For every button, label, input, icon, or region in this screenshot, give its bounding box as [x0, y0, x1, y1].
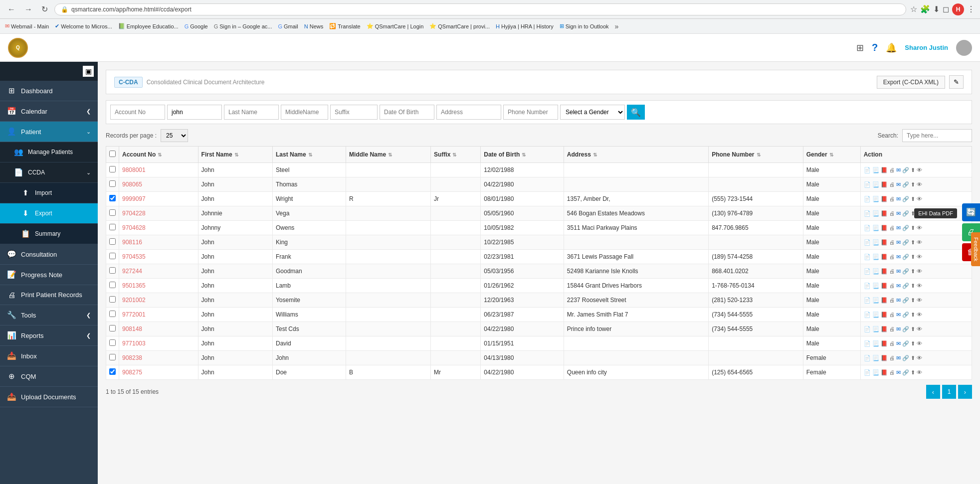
account-link[interactable]: 9808001: [122, 166, 146, 173]
select-all-checkbox[interactable]: [109, 151, 116, 157]
next-page-button[interactable]: ›: [958, 385, 972, 399]
row-checkbox[interactable]: [109, 195, 116, 201]
action-pdf-icon[interactable]: 📕: [881, 239, 888, 246]
row-checkbox-cell[interactable]: [106, 235, 119, 250]
records-per-page-select[interactable]: 10 25 50 100: [161, 129, 188, 142]
star-icon[interactable]: ☆: [910, 4, 917, 14]
action-share-icon[interactable]: 🔗: [902, 297, 909, 304]
bookmark-news[interactable]: N News: [304, 23, 323, 29]
row-checkbox-cell[interactable]: [106, 177, 119, 192]
copy-icon[interactable]: ⊞: [856, 42, 864, 53]
row-checkbox-cell[interactable]: [106, 336, 119, 351]
row-checkbox-cell[interactable]: [106, 264, 119, 279]
row-checkbox-cell[interactable]: [106, 163, 119, 177]
search-input[interactable]: [902, 129, 972, 142]
action-share-icon[interactable]: 🔗: [902, 167, 909, 173]
action-share-icon[interactable]: 🔗: [902, 312, 909, 318]
action-pdf-icon[interactable]: 📕: [881, 312, 888, 318]
action-view-icon[interactable]: 👁: [917, 167, 922, 173]
suffix-input[interactable]: [330, 105, 378, 120]
sidebar-item-manage-patients[interactable]: 👥 Manage Patients: [0, 142, 98, 162]
reload-button[interactable]: ↻: [39, 3, 50, 15]
row-checkbox[interactable]: [109, 296, 116, 303]
action-email-icon[interactable]: ✉: [896, 283, 901, 289]
sidebar-item-tools[interactable]: 🔧 Tools ❮: [0, 305, 98, 325]
action-export-icon[interactable]: ⬆: [911, 196, 915, 202]
action-export-icon[interactable]: ⬆: [911, 340, 915, 347]
bookmark-microsoft[interactable]: ✔ Welcome to Micros...: [55, 23, 112, 29]
profile-icon[interactable]: H: [952, 3, 964, 15]
ccda-settings-button[interactable]: ✎: [949, 75, 964, 89]
account-link[interactable]: 908116: [122, 239, 142, 246]
action-doc-icon[interactable]: 📃: [872, 268, 879, 275]
sidebar-item-inbox[interactable]: 📥 Inbox: [0, 346, 98, 366]
account-link[interactable]: 908238: [122, 354, 142, 361]
action-doc-icon[interactable]: 📃: [872, 181, 879, 188]
account-link[interactable]: 908275: [122, 369, 142, 376]
action-file-icon[interactable]: 📄: [864, 181, 871, 188]
row-checkbox[interactable]: [109, 238, 116, 245]
row-checkbox[interactable]: [109, 339, 116, 346]
action-doc-icon[interactable]: 📃: [872, 355, 879, 361]
action-doc-icon[interactable]: 📃: [872, 283, 879, 289]
action-email-icon[interactable]: ✉: [896, 210, 901, 217]
action-view-icon[interactable]: 👁: [917, 268, 922, 274]
action-pdf-icon[interactable]: 📕: [881, 196, 888, 202]
sidebar-item-consultation[interactable]: 💬 Consultation: [0, 244, 98, 265]
sidebar-item-patient[interactable]: 👤 Patient ⌄: [0, 122, 98, 142]
action-file-icon[interactable]: 📄: [864, 326, 871, 332]
action-print-icon[interactable]: 🖨: [889, 369, 895, 375]
user-avatar[interactable]: [956, 40, 972, 56]
sidebar-item-export[interactable]: ⬇ Export: [0, 203, 98, 224]
account-link[interactable]: 908148: [122, 325, 142, 332]
col-account-no[interactable]: Account No⇅: [119, 147, 198, 163]
account-link[interactable]: 9501365: [122, 282, 146, 289]
action-export-icon[interactable]: ⬆: [911, 268, 915, 275]
sidebar-item-ccda[interactable]: 📄 CCDA ⌄: [0, 162, 98, 183]
sync-button[interactable]: 🔄: [962, 203, 980, 221]
action-pdf-icon[interactable]: 📕: [881, 181, 888, 188]
action-file-icon[interactable]: 📄: [864, 196, 871, 202]
action-print-icon[interactable]: 🖨: [889, 355, 895, 361]
middle-name-input[interactable]: [281, 105, 328, 120]
action-view-icon[interactable]: 👁: [917, 340, 922, 346]
action-pdf-icon[interactable]: 📕: [881, 225, 888, 231]
sidebar-item-progress-note[interactable]: 📝 Progress Note: [0, 265, 98, 285]
action-export-icon[interactable]: ⬆: [911, 283, 915, 289]
action-email-icon[interactable]: ✉: [896, 312, 901, 318]
account-link[interactable]: 9772001: [122, 311, 146, 318]
action-export-icon[interactable]: ⬆: [911, 167, 915, 173]
action-pdf-icon[interactable]: 📕: [881, 283, 888, 289]
action-export-icon[interactable]: ⬆: [911, 254, 915, 260]
action-print-icon[interactable]: 🖨: [889, 326, 895, 332]
action-doc-icon[interactable]: 📃: [872, 254, 879, 260]
row-checkbox-cell[interactable]: [106, 365, 119, 380]
action-email-icon[interactable]: ✉: [896, 297, 901, 304]
action-export-icon[interactable]: ⬆: [911, 355, 915, 361]
account-link[interactable]: 927244: [122, 268, 142, 275]
row-checkbox-cell[interactable]: [106, 192, 119, 206]
action-share-icon[interactable]: 🔗: [902, 268, 909, 275]
action-print-icon[interactable]: 🖨: [889, 283, 895, 289]
action-file-icon[interactable]: 📄: [864, 225, 871, 231]
row-checkbox[interactable]: [109, 368, 116, 375]
row-checkbox-cell[interactable]: [106, 221, 119, 235]
action-share-icon[interactable]: 🔗: [902, 369, 909, 376]
notification-icon[interactable]: 🔔: [886, 42, 897, 53]
action-email-icon[interactable]: ✉: [896, 254, 901, 260]
sidebar-item-reports[interactable]: 📊 Reports ❮: [0, 325, 98, 346]
bookmark-translate[interactable]: 🔁 Translate: [329, 23, 360, 29]
row-checkbox[interactable]: [109, 253, 116, 259]
col-suffix[interactable]: Suffix⇅: [431, 147, 481, 163]
action-email-icon[interactable]: ✉: [896, 355, 901, 361]
row-checkbox-cell[interactable]: [106, 250, 119, 264]
action-print-icon[interactable]: 🖨: [889, 312, 895, 318]
last-name-input[interactable]: [224, 105, 279, 120]
action-export-icon[interactable]: ⬆: [911, 181, 915, 188]
action-email-icon[interactable]: ✉: [896, 239, 901, 246]
first-name-input[interactable]: [167, 105, 222, 120]
action-pdf-icon[interactable]: 📕: [881, 167, 888, 173]
row-checkbox[interactable]: [109, 166, 116, 172]
action-print-icon[interactable]: 🖨: [889, 167, 895, 173]
action-share-icon[interactable]: 🔗: [902, 340, 909, 347]
